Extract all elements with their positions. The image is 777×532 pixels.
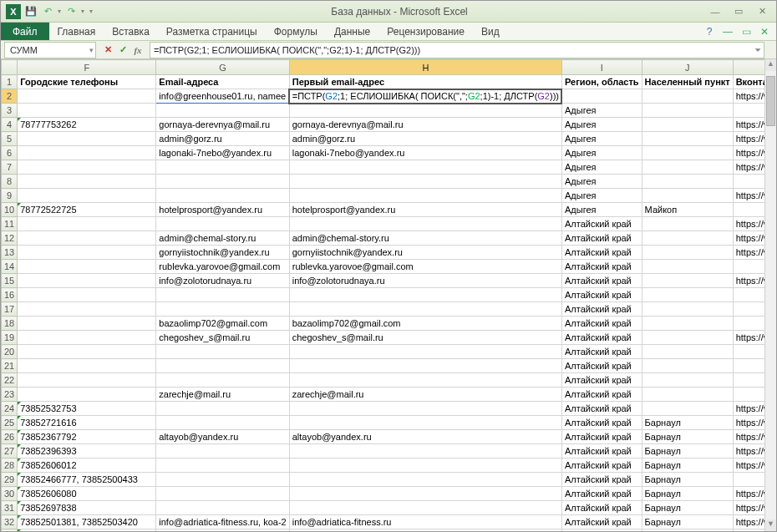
cell-H31[interactable] xyxy=(289,501,561,515)
cell-I6[interactable]: Адыгея xyxy=(561,146,642,160)
cell-G9[interactable] xyxy=(156,189,289,203)
row-header-12[interactable]: 12 xyxy=(2,231,18,246)
row-header-25[interactable]: 25 xyxy=(2,416,18,430)
cell-I5[interactable]: Адыгея xyxy=(561,132,642,146)
cell-I27[interactable]: Алтайский край xyxy=(561,444,642,459)
cell-G12[interactable]: admin@chemal-story.ru xyxy=(156,231,289,246)
row-header-24[interactable]: 24 xyxy=(2,402,18,416)
cell-F33[interactable]: 73857737772, 73857738770 xyxy=(18,529,156,532)
cell-F30[interactable]: 73852606080 xyxy=(18,487,156,501)
cell-I7[interactable]: Адыгея xyxy=(561,160,642,175)
cell-I29[interactable]: Алтайский край xyxy=(561,473,642,487)
cell-F4[interactable]: 78777753262 xyxy=(18,118,156,132)
cell-J3[interactable] xyxy=(642,104,733,118)
cell-F13[interactable] xyxy=(18,246,156,260)
cell-I17[interactable]: Алтайский край xyxy=(561,302,642,317)
cell-F9[interactable] xyxy=(18,189,156,203)
row-header-23[interactable]: 23 xyxy=(2,388,18,402)
cell-H19[interactable]: chegoshev_s@mail.ru xyxy=(289,331,561,345)
scroll-up-icon[interactable]: ▲ xyxy=(765,59,776,71)
cell-F21[interactable] xyxy=(18,359,156,373)
cell-H1[interactable]: Первый email-адрес xyxy=(289,75,561,89)
save-icon[interactable]: 💾 xyxy=(24,5,38,18)
sheet-table[interactable]: FGHIJK 1Городские телефоныEmail-адресаПе… xyxy=(1,59,776,531)
cell-G13[interactable]: gornyiistochnik@yandex.ru xyxy=(156,246,289,260)
cell-G11[interactable] xyxy=(156,217,289,231)
row-header-7[interactable]: 7 xyxy=(2,160,18,175)
cancel-button[interactable]: ✕ xyxy=(101,43,114,57)
workbook-close-icon[interactable]: ✕ xyxy=(758,25,771,38)
cell-I15[interactable]: Алтайский край xyxy=(561,274,642,288)
cell-H33[interactable]: reception@busines-hotel.ru xyxy=(289,529,561,532)
cell-J12[interactable] xyxy=(642,231,733,246)
cell-I24[interactable]: Алтайский край xyxy=(561,402,642,416)
row-header-33[interactable]: 33 xyxy=(2,529,18,532)
cell-H25[interactable] xyxy=(289,416,561,430)
cell-F15[interactable] xyxy=(18,274,156,288)
cell-G26[interactable]: altayob@yandex.ru xyxy=(156,430,289,444)
cell-F7[interactable] xyxy=(18,160,156,175)
row-header-13[interactable]: 13 xyxy=(2,246,18,260)
cell-J27[interactable]: Барнаул xyxy=(642,444,733,459)
cell-F20[interactable] xyxy=(18,345,156,359)
row-header-3[interactable]: 3 xyxy=(2,104,18,118)
scroll-down-icon[interactable]: ▼ xyxy=(765,519,776,531)
cell-F32[interactable]: 73852501381, 73852503420 xyxy=(18,515,156,529)
cell-J5[interactable] xyxy=(642,132,733,146)
cell-G24[interactable] xyxy=(156,402,289,416)
cell-H4[interactable]: gornaya-derevnya@mail.ru xyxy=(289,118,561,132)
row-header-15[interactable]: 15 xyxy=(2,274,18,288)
row-header-11[interactable]: 11 xyxy=(2,217,18,231)
row-header-22[interactable]: 22 xyxy=(2,373,18,388)
cell-F26[interactable]: 73852367792 xyxy=(18,430,156,444)
name-box[interactable]: СУММ ▾ xyxy=(4,42,96,58)
cell-F31[interactable]: 73852697838 xyxy=(18,501,156,515)
cell-J26[interactable]: Барнаул xyxy=(642,430,733,444)
cell-J33[interactable]: Белокуриха xyxy=(642,529,733,532)
cell-J30[interactable]: Барнаул xyxy=(642,487,733,501)
cell-I4[interactable]: Адыгея xyxy=(561,118,642,132)
cell-I19[interactable]: Алтайский край xyxy=(561,331,642,345)
cell-J9[interactable] xyxy=(642,189,733,203)
row-header-16[interactable]: 16 xyxy=(2,288,18,302)
cell-H6[interactable]: lagonaki-7nebo@yandex.ru xyxy=(289,146,561,160)
cell-J23[interactable] xyxy=(642,388,733,402)
cell-H8[interactable] xyxy=(289,175,561,189)
cell-I16[interactable]: Алтайский край xyxy=(561,288,642,302)
col-header-G[interactable]: G xyxy=(156,60,289,75)
cell-H12[interactable]: admin@chemal-story.ru xyxy=(289,231,561,246)
cell-G33[interactable]: reception@busines-hotel.ru xyxy=(156,529,289,532)
formula-input[interactable]: =ПСТР(G2;1; ЕСЛИОШИБКА( ПОИСК(",";G2;1)-… xyxy=(150,42,764,58)
cell-G20[interactable] xyxy=(156,345,289,359)
redo-icon[interactable]: ↷ xyxy=(64,5,78,18)
cell-I25[interactable]: Алтайский край xyxy=(561,416,642,430)
cell-H5[interactable]: admin@gorz.ru xyxy=(289,132,561,146)
cell-F19[interactable] xyxy=(18,331,156,345)
cell-F3[interactable] xyxy=(18,104,156,118)
cell-F10[interactable]: 78772522725 xyxy=(18,203,156,217)
cell-G25[interactable] xyxy=(156,416,289,430)
cell-G4[interactable]: gornaya-derevnya@mail.ru xyxy=(156,118,289,132)
row-header-5[interactable]: 5 xyxy=(2,132,18,146)
row-header-2[interactable]: 2 xyxy=(2,89,18,104)
cell-J14[interactable] xyxy=(642,260,733,274)
cell-J21[interactable] xyxy=(642,359,733,373)
cell-G2[interactable]: info@greenhouse01.ru, namee xyxy=(156,89,289,104)
cell-J29[interactable]: Барнаул xyxy=(642,473,733,487)
cell-J28[interactable]: Барнаул xyxy=(642,459,733,473)
cell-J10[interactable]: Майкоп xyxy=(642,203,733,217)
cell-I23[interactable]: Алтайский край xyxy=(561,388,642,402)
cell-H10[interactable]: hotelprosport@yandex.ru xyxy=(289,203,561,217)
row-header-21[interactable]: 21 xyxy=(2,359,18,373)
row-header-30[interactable]: 30 xyxy=(2,487,18,501)
ribbon-tab-0[interactable]: Главная xyxy=(49,23,104,40)
cell-J1[interactable]: Населенный пункт xyxy=(642,75,733,89)
row-header-32[interactable]: 32 xyxy=(2,515,18,529)
row-header-10[interactable]: 10 xyxy=(2,203,18,217)
ribbon-tab-4[interactable]: Данные xyxy=(326,23,378,40)
cell-G14[interactable]: rublevka.yarovoe@gmail.com xyxy=(156,260,289,274)
cell-H27[interactable] xyxy=(289,444,561,459)
cell-H11[interactable] xyxy=(289,217,561,231)
cell-F23[interactable] xyxy=(18,388,156,402)
cell-I20[interactable]: Алтайский край xyxy=(561,345,642,359)
